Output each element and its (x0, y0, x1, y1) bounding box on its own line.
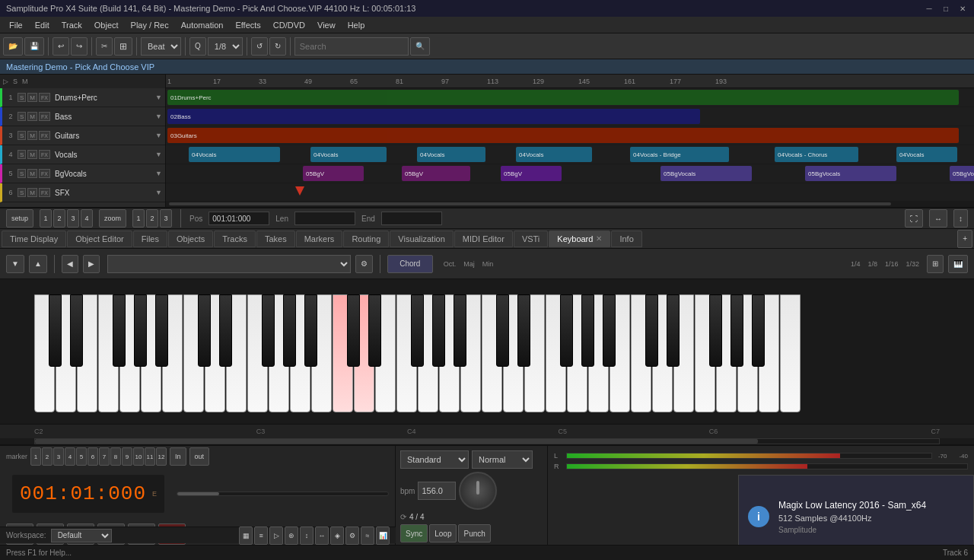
clip-bgvocals-6[interactable]: 05BgVocals - Chorus (950, 166, 974, 181)
black-key-17[interactable] (411, 294, 424, 367)
marker-11[interactable]: 11 (145, 447, 155, 466)
piano-keys-area[interactable] (34, 294, 801, 412)
clip-bgvocals-5[interactable]: 05BgVocals (805, 166, 896, 181)
piano-roll[interactable] (34, 294, 940, 416)
in-button[interactable]: In (170, 447, 186, 466)
open-button[interactable]: 📂 (3, 37, 23, 56)
track-lane-6[interactable] (166, 183, 974, 202)
add-panel-button[interactable]: + (957, 230, 972, 248)
clip-bgvocals-3[interactable]: 05BgV (501, 166, 562, 181)
ws-tool-10[interactable]: 📊 (376, 527, 390, 545)
track-fx-2[interactable]: FX (39, 112, 50, 121)
ws-tool-9[interactable]: ≈ (361, 527, 374, 545)
clip-bass-1[interactable]: 02Bass (167, 109, 700, 124)
tab-takes[interactable]: Takes (256, 231, 295, 247)
track-solo-6[interactable]: S (18, 188, 26, 197)
clip-vocals-1[interactable]: 04Vocals (189, 147, 280, 162)
ws-tool-3[interactable]: ▷ (269, 527, 283, 545)
track-expand-4[interactable]: ▼ (155, 151, 162, 158)
black-key-0[interactable] (49, 294, 62, 367)
save-button[interactable]: 💾 (24, 37, 44, 56)
black-key-29[interactable] (667, 294, 680, 367)
track-solo-2[interactable]: S (18, 112, 26, 121)
zm-1[interactable]: 1 (132, 209, 145, 228)
black-key-15[interactable] (368, 294, 381, 367)
zoom-button[interactable]: zoom (99, 209, 126, 228)
clip-bgvocals-4[interactable]: 05BgVocals (660, 166, 752, 181)
clip-bgvocals-2[interactable]: 05BgV (402, 166, 470, 181)
tab-info[interactable]: Info (611, 231, 641, 247)
menu-play-rec[interactable]: Play / Rec (125, 19, 175, 31)
marker-12[interactable]: 12 (156, 447, 167, 466)
black-key-3[interactable] (113, 294, 126, 367)
snap-select[interactable]: 1/8 (208, 37, 243, 56)
undo2-button[interactable]: ↺ (251, 37, 268, 56)
track-mute-1[interactable]: M (27, 93, 37, 102)
menu-view[interactable]: View (311, 19, 342, 31)
black-key-14[interactable] (347, 294, 360, 367)
marker-4[interactable]: 4 (65, 447, 75, 466)
clip-vocals-5[interactable]: 04Vocals - Bridge (630, 147, 729, 162)
kb-prev-button[interactable]: ◀ (62, 255, 78, 273)
loop-3[interactable]: 3 (67, 209, 79, 228)
loop-1[interactable]: 1 (40, 209, 52, 228)
black-key-26[interactable] (603, 294, 616, 367)
black-key-32[interactable] (730, 294, 743, 367)
menu-effects[interactable]: Effects (229, 19, 266, 31)
kb-piano-button[interactable]: 🎹 (948, 255, 968, 273)
kb-grid-button[interactable]: ⊞ (927, 255, 944, 273)
menu-edit[interactable]: Edit (29, 19, 56, 31)
menu-file[interactable]: File (3, 19, 29, 31)
kb-next-button[interactable]: ▶ (83, 255, 100, 273)
track-fx-6[interactable]: FX (39, 188, 50, 197)
track-lane-5[interactable]: 05BgV 05BgV 05BgV 05BgVocals 05BgVocals … (166, 164, 974, 183)
loop-btn[interactable]: Loop (429, 524, 457, 542)
track-expand-2[interactable]: ▼ (155, 113, 162, 120)
track-fx-5[interactable]: FX (39, 169, 50, 178)
minimize-button[interactable]: ─ (924, 3, 934, 14)
ws-tool-5[interactable]: ↕ (300, 527, 314, 545)
track-mute-5[interactable]: M (27, 169, 37, 178)
clip-vocals-3[interactable]: 04Vocals (417, 147, 485, 162)
tab-object-editor[interactable]: Object Editor (67, 231, 132, 247)
beat-select[interactable]: Beat (141, 37, 181, 56)
black-key-12[interactable] (304, 294, 317, 367)
track-fx-3[interactable]: FX (39, 131, 50, 140)
tab-tracks[interactable]: Tracks (214, 231, 256, 247)
black-key-8[interactable] (219, 294, 232, 367)
tab-visualization[interactable]: Visualization (390, 231, 454, 247)
track-lane-3[interactable]: 03Guitars (166, 126, 974, 145)
tab-routing[interactable]: Routing (343, 231, 389, 247)
tab-time-display[interactable]: Time Display (2, 231, 66, 247)
track-expand-5[interactable]: ▼ (155, 170, 162, 177)
menu-help[interactable]: Help (342, 19, 371, 31)
playmode-select[interactable]: Standard (400, 450, 469, 469)
close-button[interactable]: ✕ (957, 3, 968, 14)
track-mute-3[interactable]: M (27, 131, 37, 140)
marker-10[interactable]: 10 (133, 447, 144, 466)
track-lane-4[interactable]: 04Vocals 04Vocals 04Vocals 04Vocals 04Vo… (166, 145, 974, 164)
clip-bgvocals-1[interactable]: 05BgV (303, 166, 364, 181)
track-mute-4[interactable]: M (27, 150, 37, 159)
ws-tool-6[interactable]: ↔ (315, 527, 329, 545)
tab-vsti[interactable]: VSTi (514, 231, 548, 247)
kb-settings-button[interactable]: ⚙ (355, 255, 373, 273)
black-key-11[interactable] (283, 294, 296, 367)
clip-vocals-4[interactable]: 04Vocals (516, 147, 592, 162)
setup-button[interactable]: setup (6, 209, 33, 228)
zm-3[interactable]: 3 (160, 209, 172, 228)
track-lane-1[interactable]: 01Drums+Perc (166, 88, 974, 107)
time-scrubber[interactable] (177, 492, 389, 496)
loop-2[interactable]: 2 (53, 209, 65, 228)
marker-7[interactable]: 7 (99, 447, 110, 466)
keyboard-container[interactable]: C2 C3 C4 C5 C6 C7 (0, 279, 974, 444)
kb-down-button[interactable]: ▼ (6, 255, 24, 273)
track-solo-4[interactable]: S (18, 150, 26, 159)
track-mute-6[interactable]: M (27, 188, 37, 197)
marker-6[interactable]: 6 (88, 447, 98, 466)
black-key-22[interactable] (517, 294, 530, 367)
end-input[interactable] (381, 212, 442, 225)
track-fx-4[interactable]: FX (39, 150, 50, 159)
clip-vocals-7[interactable]: 04Vocals (896, 147, 957, 162)
bpm-dial[interactable] (459, 472, 497, 510)
